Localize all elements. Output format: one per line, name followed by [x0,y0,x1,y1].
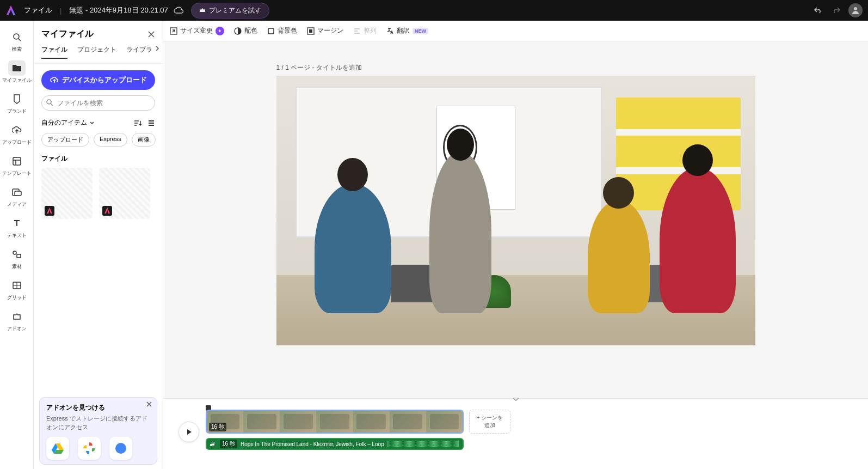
premium-label: プレミアムを試す [209,6,261,15]
my-items-dropdown[interactable]: 自分のアイテム [41,118,95,127]
template-icon [8,154,26,169]
background-color-button[interactable]: 背景色 [267,26,297,35]
page-indicator[interactable]: 1 / 1 ページ - タイトルを追加 [276,63,755,72]
cloud-upload-icon [50,76,59,84]
sort-button[interactable] [133,119,142,127]
addon-icon [8,309,26,324]
file-thumbnail[interactable] [99,168,150,219]
rail-template[interactable]: テンプレート [2,150,32,180]
crown-icon [199,7,206,14]
svg-rect-20 [268,28,274,34]
svg-rect-3 [13,157,21,165]
svg-point-13 [47,100,51,104]
video-duration-badge: 16 秒 [209,423,226,431]
video-clip[interactable]: 16 秒 [206,410,464,434]
resize-button[interactable]: サイズ変更✦ [170,26,224,35]
svg-rect-7 [15,191,21,196]
files-section-label: ファイル [34,152,163,168]
rail-upload[interactable]: アップロード [2,119,32,149]
svg-point-1 [14,34,19,39]
svg-rect-16 [102,206,112,216]
express-badge-icon [102,206,112,216]
file-menu[interactable]: ファイル [24,5,52,15]
folder-icon [8,60,26,76]
addon-gphotos[interactable] [78,437,101,460]
translate-button[interactable]: 翻訳NEW [386,26,428,35]
addon-card-title: アドオンを見つける [46,403,150,412]
user-avatar[interactable] [848,3,863,17]
new-badge: NEW [413,28,428,34]
express-badge-icon [45,206,54,216]
cloud-sync-icon[interactable] [174,7,183,14]
rail-addon[interactable]: アドオン [2,306,32,336]
canvas-page[interactable] [276,76,755,345]
svg-rect-9 [17,254,21,258]
rail-myfiles[interactable]: マイファイル [2,57,32,87]
audio-duration-badge: 16 秒 [220,440,237,448]
canvas-toolbar: サイズ変更✦ 配色 背景色 マージン 整列 翻訳NEW [163,21,868,41]
tabs-scroll-right[interactable] [154,45,161,52]
grid-icon [8,278,26,293]
rail-search[interactable]: 検索 [2,26,32,56]
left-rail: 検索 マイファイル ブランド アップロード テンプレート メディア テキスト 素… [0,21,34,469]
svg-rect-15 [45,206,54,216]
upload-icon [8,123,26,138]
side-panel: マイファイル ファイル プロジェクト ライブラ デバイスからアップロード 自分の… [34,21,163,469]
search-files-input[interactable] [41,95,155,111]
tab-files[interactable]: ファイル [41,45,67,59]
brand-icon [8,92,26,107]
svg-line-2 [19,39,21,41]
color-scheme-button[interactable]: 配色 [234,26,257,35]
waveform [387,441,459,447]
panel-tabs: ファイル プロジェクト ライブラ [34,45,163,64]
canvas-area: サイズ変更✦ 配色 背景色 マージン 整列 翻訳NEW 1 / 1 ページ - … [163,21,868,469]
svg-point-17 [115,443,126,454]
chip-image[interactable]: 画像 [132,133,156,147]
audio-clip-title: Hope In The Promised Land - Klezmer, Jew… [241,441,384,447]
video-frame-content [276,76,755,345]
try-premium-button[interactable]: プレミアムを試す [191,3,269,19]
add-scene-button[interactable]: + シーンを 追加 [469,410,510,434]
addon-more[interactable] [109,437,132,460]
music-note-icon [210,441,217,447]
timeline: 16 秒 + シーンを 追加 16 秒 Hope In The Promised… [163,398,868,469]
svg-line-14 [51,103,53,106]
chip-express[interactable]: Express [94,133,127,147]
redo-button[interactable] [831,6,841,15]
rail-asset[interactable]: 素材 [2,243,32,273]
svg-point-8 [13,251,16,254]
tab-library[interactable]: ライブラ [126,45,152,59]
app-logo[interactable] [5,4,17,16]
svg-rect-22 [309,29,312,33]
rail-text[interactable]: テキスト [2,212,32,242]
shapes-icon [8,247,26,262]
close-addon-card[interactable] [146,401,152,407]
separator: | [60,7,61,15]
audio-clip[interactable]: 16 秒 Hope In The Promised Land - Klezmer… [206,438,464,450]
rail-grid[interactable]: グリッド [2,275,32,304]
addon-promo-card: アドオンを見つける Express でストレージに接続するアドオンにアクセス [39,397,157,465]
file-thumbnail[interactable] [41,168,93,219]
tab-projects[interactable]: プロジェクト [77,45,116,59]
chip-upload[interactable]: アップロード [41,133,89,147]
list-view-button[interactable] [147,119,155,127]
margin-button[interactable]: マージン [307,26,343,35]
addon-gdrive[interactable] [46,437,69,460]
play-button[interactable] [178,422,199,442]
svg-point-0 [854,7,857,10]
upload-from-device-button[interactable]: デバイスからアップロード [41,70,155,90]
undo-button[interactable] [814,6,823,15]
chevron-down-icon [89,120,95,126]
media-icon [8,185,26,200]
rail-media[interactable]: メディア [2,181,32,211]
close-panel-button[interactable] [147,31,155,38]
align-button: 整列 [353,26,377,35]
search-icon [8,29,26,45]
search-icon [46,99,53,106]
rail-brand[interactable]: ブランド [2,88,32,118]
collapse-timeline-button[interactable] [512,397,520,402]
text-icon [8,216,26,231]
addon-card-desc: Express でストレージに接続するアドオンにアクセス [46,415,150,431]
document-title[interactable]: 無題 - 2024年9月18日 20.21.07 [69,5,168,15]
app-header: ファイル | 無題 - 2024年9月18日 20.21.07 プレミアムを試す [0,0,868,21]
